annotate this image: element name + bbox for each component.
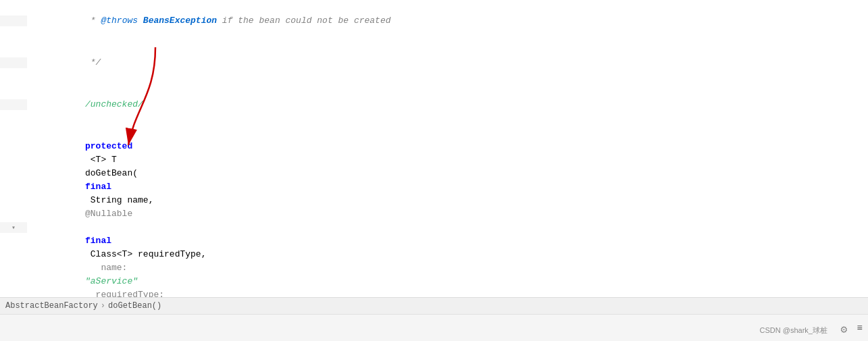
breadcrumb-method[interactable]: doGetBean() [108,301,161,311]
line-close-comment: */ [0,42,868,84]
watermark-text: CSDN @shark_球桩 [760,326,827,334]
hint-required: requiredType: [85,290,170,297]
nullable-ann1: @Nullable [85,209,132,219]
final-kw1: final [85,182,111,192]
breadcrumb-bar: AbstractBeanFactory › doGetBean() [0,297,868,314]
gutter-icon-1 [8,16,19,26]
string-type: String name, [85,195,159,205]
fold-arrow[interactable]: ▾ [11,224,16,232]
gutter-4: ▾ [0,222,27,233]
comment-throws: * @throws BeansException if the bean cou… [85,16,391,26]
gear-icon[interactable]: ⚙ [841,323,852,334]
method-name: doGetBean( [85,168,138,178]
line-unchecked: /unchecked/ [0,84,868,126]
line-method-sig: ▾ protected <T> T doGetBean( final Strin… [0,126,868,297]
gutter-2 [0,57,27,68]
line-throws-comment: * @throws BeansException if the bean cou… [0,0,868,42]
gutter-icon-2 [8,57,19,68]
class-type: Class<T> requiredType, [85,249,206,259]
watermark: CSDN @shark_球桩 [760,325,827,336]
line-text-2: */ [27,43,868,83]
fold-icon-method[interactable]: ▾ [8,222,19,233]
gutter-1 [0,16,27,26]
unchecked-annotation: /unchecked/ [85,99,143,109]
hint-name: name: [85,263,132,273]
comment-close: */ [85,57,101,68]
gutter-3 [0,99,27,110]
code-content: * @throws BeansException if the bean cou… [0,0,868,297]
gutter-icon-3 [8,99,19,110]
final-kw2: final [85,236,111,246]
line-text-4: protected <T> T doGetBean( final String … [27,126,868,297]
breadcrumb-separator: › [101,301,105,311]
line-text-1: * @throws BeansException if the bean cou… [27,1,868,41]
space1 [85,222,91,232]
breadcrumb-class[interactable]: AbstractBeanFactory [5,301,98,311]
line-text-3: /unchecked/ [27,84,868,125]
scroll-icons[interactable]: ≡ [857,323,863,334]
editor-container: * @throws BeansException if the bean cou… [0,0,868,341]
generic-type: <T> T [85,155,122,165]
protected-keyword: protected [85,141,132,151]
code-area[interactable]: * @throws BeansException if the bean cou… [0,0,868,297]
scrollbar-area: ⚙ ≡ [0,314,868,341]
hint-name-val: "aService" [85,276,138,286]
